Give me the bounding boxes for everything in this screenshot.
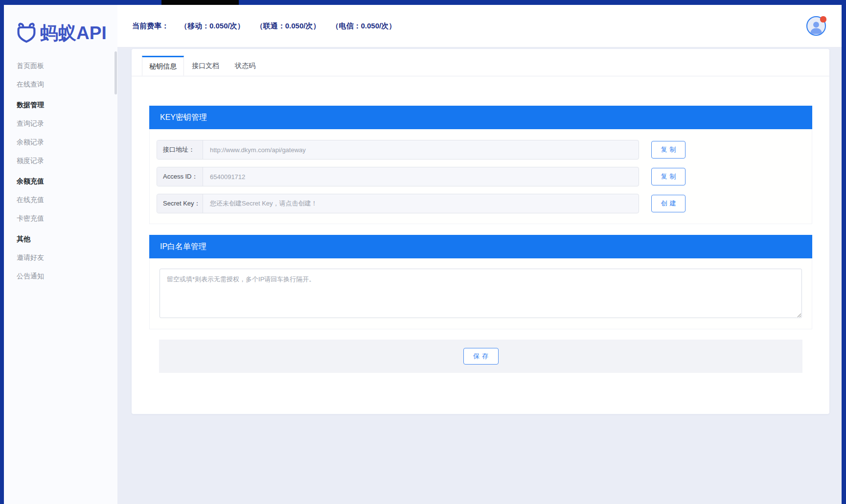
sidebar-scrollbar[interactable] (114, 51, 117, 94)
sidebar-section-data-mgmt: 数据管理 (4, 95, 117, 114)
access-id-input[interactable] (203, 167, 639, 186)
window-frame-right (842, 5, 846, 504)
rate-telecom: （电信：0.050/次） (331, 22, 396, 30)
ip-whitelist-textarea[interactable] (160, 269, 802, 318)
tab-api-docs[interactable]: 接口文档 (184, 56, 227, 76)
sidebar-item-card-recharge[interactable]: 卡密充值 (4, 209, 117, 228)
window-frame-top (0, 0, 846, 5)
content-card: 秘钥信息 接口文档 状态码 KEY密钥管理 接口地址： (132, 49, 829, 414)
card-body: KEY密钥管理 接口地址： 复制 A (132, 76, 829, 373)
secret-key-row: Secret Key： 创建 (157, 194, 812, 213)
sidebar-item-quota-records[interactable]: 额度记录 (4, 151, 117, 170)
sidebar-item-online-recharge[interactable]: 在线充值 (4, 190, 117, 209)
access-id-label: Access ID： (157, 167, 203, 186)
sidebar-item-home[interactable]: 首页面板 (4, 56, 117, 75)
rate-info: 当前费率：（移动：0.050/次）（联通：0.050/次）（电信：0.050/次… (132, 22, 396, 31)
api-url-row: 接口地址： 复制 (157, 140, 812, 160)
window-frame-artifact (161, 0, 239, 5)
sidebar-menu: 首页面板 在线查询 数据管理 查询记录 余额记录 额度记录 余额充值 在线充值 … (4, 56, 117, 285)
key-section-title: KEY密钥管理 (149, 106, 812, 129)
notification-dot (820, 16, 826, 23)
api-url-group: 接口地址： (157, 140, 639, 160)
rate-label: 当前费率： (132, 22, 169, 30)
window-frame-left (0, 5, 4, 504)
copy-api-url-button[interactable]: 复制 (651, 141, 686, 159)
key-management-section: KEY密钥管理 接口地址： 复制 A (149, 106, 812, 224)
content-area: 秘钥信息 接口文档 状态码 KEY密钥管理 接口地址： (117, 47, 842, 504)
app-root: 蚂蚁API 首页面板 在线查询 数据管理 查询记录 余额记录 额度记录 余额充值… (4, 5, 842, 504)
sidebar-item-balance-records[interactable]: 余额记录 (4, 133, 117, 151)
access-id-group: Access ID： (157, 167, 639, 186)
tab-status-codes[interactable]: 状态码 (227, 56, 263, 76)
key-section-body: 接口地址： 复制 Access ID： 复制 (149, 129, 812, 224)
rate-mobile: （移动：0.050/次） (180, 22, 245, 30)
ant-logo-icon (17, 21, 36, 46)
user-avatar[interactable] (806, 16, 826, 36)
save-button[interactable]: 保存 (463, 348, 499, 365)
sidebar-item-query-records[interactable]: 查询记录 (4, 114, 117, 133)
sidebar-item-invite-friends[interactable]: 邀请好友 (4, 248, 117, 267)
sidebar-item-online-query[interactable]: 在线查询 (4, 75, 117, 93)
save-bar: 保存 (159, 340, 802, 373)
sidebar-section-recharge: 余额充值 (4, 172, 117, 190)
access-id-row: Access ID： 复制 (157, 167, 812, 186)
tab-secret-info[interactable]: 秘钥信息 (142, 56, 184, 76)
secret-key-label: Secret Key： (157, 194, 203, 213)
sidebar-item-announcements[interactable]: 公告通知 (4, 267, 117, 285)
main-area: 当前费率：（移动：0.050/次）（联通：0.050/次）（电信：0.050/次… (117, 5, 842, 504)
api-url-label: 接口地址： (157, 140, 203, 159)
copy-access-id-button[interactable]: 复制 (651, 168, 686, 185)
logo-text: 蚂蚁API (40, 21, 107, 46)
sidebar-section-other: 其他 (4, 229, 117, 248)
create-secret-key-button[interactable]: 创建 (651, 195, 686, 212)
secret-key-input[interactable] (203, 194, 639, 213)
secret-key-group: Secret Key： (157, 194, 639, 213)
tab-bar: 秘钥信息 接口文档 状态码 (132, 49, 829, 76)
sidebar: 蚂蚁API 首页面板 在线查询 数据管理 查询记录 余额记录 额度记录 余额充值… (4, 5, 117, 504)
logo[interactable]: 蚂蚁API (17, 21, 107, 46)
ip-section-body (149, 258, 812, 329)
rate-unicom: （联通：0.050/次） (256, 22, 320, 30)
ip-section-title: IP白名单管理 (149, 235, 812, 258)
ip-whitelist-section: IP白名单管理 (149, 235, 812, 329)
api-url-input[interactable] (203, 140, 639, 159)
topbar: 当前费率：（移动：0.050/次）（联通：0.050/次）（电信：0.050/次… (117, 5, 842, 47)
